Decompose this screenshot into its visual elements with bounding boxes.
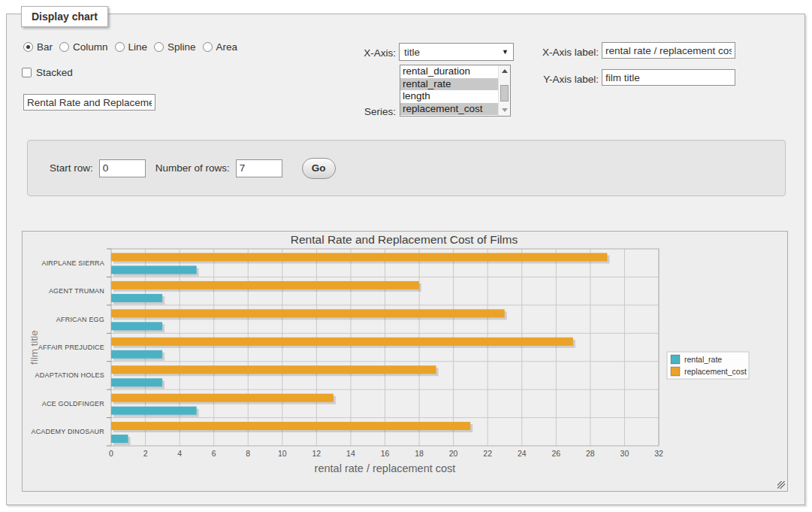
category-label: ADAPTATION HOLES — [35, 371, 104, 379]
series-option-replacement_cost[interactable]: replacement_cost — [400, 103, 498, 116]
series-listbox-scrollbar[interactable] — [498, 65, 510, 116]
x-axis-select-label: X-Axis: — [330, 47, 396, 59]
stacked-option[interactable]: Stacked — [22, 67, 73, 78]
category-label: AGENT TRUMAN — [49, 287, 104, 295]
x-tick-label: 12 — [312, 449, 321, 458]
chart-type-radio-group: BarColumnLineSplineArea — [23, 41, 244, 53]
stacked-checkbox[interactable] — [22, 68, 32, 77]
series-option-rental_rate[interactable]: rental_rate — [400, 78, 498, 91]
panel-legend: Display chart — [21, 6, 108, 27]
x-tick-label: 32 — [654, 449, 663, 458]
x-tick-label: 8 — [246, 449, 250, 458]
x-axis-label-input[interactable] — [602, 42, 735, 59]
x-tick-label: 16 — [381, 449, 390, 458]
x-tick-label: 22 — [483, 449, 492, 458]
bar-replacement_cost — [111, 394, 334, 402]
chart-title: Rental Rate and Replacement Cost of Film… — [291, 233, 518, 246]
go-button[interactable]: Go — [302, 158, 336, 179]
radio-icon[interactable] — [203, 42, 213, 52]
series-option-rental_duration[interactable]: rental_duration — [400, 65, 498, 78]
bar-rental_rate — [111, 322, 162, 330]
num-rows-label: Number of rows: — [155, 162, 230, 174]
x-tick-label: 14 — [346, 449, 355, 458]
bar-rental_rate — [111, 350, 162, 359]
series-listbox[interactable]: rental_durationrental_ratelengthreplacem… — [400, 65, 511, 117]
bar-replacement_cost — [111, 365, 436, 374]
x-tick-label: 10 — [278, 449, 287, 458]
chart-type-label: Column — [73, 41, 108, 53]
y-axis-title: film title — [29, 330, 40, 365]
chart-type-label: Bar — [37, 41, 53, 53]
chart-type-label: Area — [216, 41, 238, 53]
chart-type-label: Line — [128, 41, 148, 53]
x-axis-title: rental rate / replacement cost — [315, 462, 456, 474]
chart-type-radio-column[interactable]: Column — [59, 41, 108, 53]
legend-swatch-replacement_cost — [671, 367, 680, 376]
bar-rental_rate — [111, 294, 162, 302]
scrollbar-down-icon[interactable] — [499, 105, 510, 115]
bar-chart: AIRPLANE SIERRAAGENT TRUMANAFRICAN EGGAF… — [23, 232, 787, 491]
x-tick-label: 6 — [212, 449, 216, 458]
legend-label-rental_rate: rental_rate — [684, 355, 722, 364]
bar-replacement_cost — [111, 338, 573, 346]
bar-replacement_cost — [111, 253, 607, 262]
chart-type-radio-line[interactable]: Line — [115, 41, 148, 53]
x-axis-select[interactable]: title ▼ — [399, 43, 514, 61]
start-row-input[interactable] — [99, 159, 146, 177]
series-option-length[interactable]: length — [400, 90, 498, 103]
display-chart-panel: Display chart BarColumnLineSplineArea St… — [6, 14, 805, 505]
bar-rental_rate — [111, 407, 197, 415]
legend-swatch-rental_rate — [671, 355, 680, 364]
radio-icon[interactable] — [59, 42, 69, 52]
select-dropdown-arrow-icon: ▼ — [502, 48, 509, 56]
bar-replacement_cost — [111, 281, 419, 289]
x-tick-label: 2 — [143, 449, 148, 458]
row-range-panel: Start row: Number of rows: Go — [27, 140, 786, 196]
bar-replacement_cost — [111, 309, 505, 317]
series-label: Series: — [330, 106, 396, 117]
bar-rental_rate — [111, 378, 162, 386]
bar-rental_rate — [111, 266, 197, 274]
bar-replacement_cost — [111, 422, 470, 430]
chart-legend: rental_ratereplacement_cost — [667, 352, 749, 379]
radio-icon[interactable] — [154, 42, 164, 52]
start-row-label: Start row: — [50, 162, 93, 174]
category-label: ACE GOLDFINGER — [42, 400, 105, 407]
x-tick-label: 26 — [551, 449, 560, 458]
radio-icon[interactable] — [23, 42, 33, 52]
chart-title-input[interactable] — [23, 94, 155, 111]
resize-grip-icon[interactable] — [777, 481, 785, 489]
x-tick-label: 28 — [586, 449, 595, 458]
x-tick-label: 18 — [415, 449, 424, 458]
category-label: AFRICAN EGG — [56, 316, 104, 323]
category-label: AFFAIR PREJUDICE — [38, 344, 104, 351]
x-tick-label: 24 — [518, 449, 527, 458]
num-rows-input[interactable] — [236, 159, 282, 177]
category-label: ACADEMY DINOSAUR — [31, 428, 104, 435]
scrollbar-up-icon[interactable] — [499, 66, 510, 76]
chart-type-radio-bar[interactable]: Bar — [23, 41, 53, 53]
chart-type-radio-area[interactable]: Area — [203, 41, 238, 53]
chart-container: AIRPLANE SIERRAAGENT TRUMANAFRICAN EGGAF… — [22, 231, 788, 492]
x-axis-label-label: X-Axis label: — [524, 47, 599, 58]
y-axis-label-label: Y-Axis label: — [524, 74, 599, 85]
chart-type-label: Spline — [168, 41, 196, 53]
category-label: AIRPLANE SIERRA — [41, 259, 104, 267]
x-tick-label: 30 — [620, 449, 629, 458]
legend-label-replacement_cost: replacement_cost — [684, 367, 747, 376]
x-tick-label: 20 — [449, 449, 458, 458]
bar-rental_rate — [111, 435, 128, 443]
scrollbar-thumb[interactable] — [500, 85, 509, 101]
x-tick-label: 0 — [109, 449, 113, 458]
x-tick-label: 4 — [177, 449, 182, 458]
stacked-label: Stacked — [36, 67, 73, 78]
chart-type-radio-spline[interactable]: Spline — [154, 41, 196, 53]
y-axis-label-input[interactable] — [602, 69, 735, 86]
x-axis-selected-value: title — [404, 47, 420, 58]
radio-icon[interactable] — [115, 42, 125, 52]
